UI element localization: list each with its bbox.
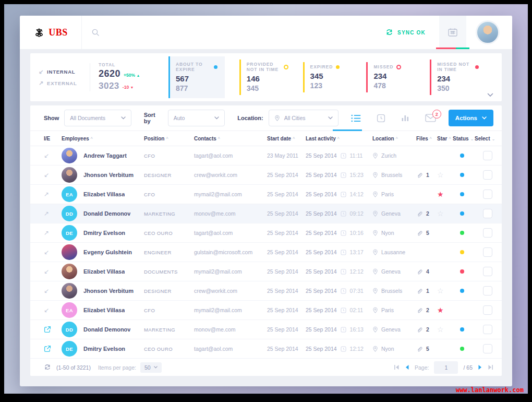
internal-filter[interactable]: ↙ INTERNAL — [39, 68, 88, 75]
items-per-page-dropdown[interactable]: 50 — [140, 362, 162, 373]
contact-email[interactable]: mymail2@mail.com — [194, 191, 267, 197]
status-dot-icon — [396, 65, 401, 69]
contact-email[interactable]: tagart@aol.com — [194, 152, 267, 159]
table-row[interactable]: ↙ ↗ DE Dmitry Evelson CEO OURO tagart@ao… — [30, 223, 502, 243]
contact-email[interactable]: crew@workit.com — [194, 288, 267, 294]
col-status[interactable]: Status⌄ — [453, 136, 475, 141]
first-page-button[interactable] — [394, 364, 400, 370]
col-position[interactable]: Position^ — [144, 136, 194, 141]
external-filter[interactable]: ↗ EXTERNAL — [39, 80, 88, 87]
position: CFO — [144, 308, 194, 313]
sort-dropdown[interactable]: Auto — [168, 110, 225, 126]
table-row[interactable]: ↙ ↗ DD Donald Demonov MARKETING monov@me… — [30, 204, 502, 223]
internal-arrow-icon: ↙ — [44, 306, 49, 314]
stats-expand-chevron-icon[interactable] — [487, 93, 493, 97]
table-row[interactable]: ↙ ↗ EA Elizabet Villasa CFO mymail2@mail… — [30, 301, 502, 320]
user-avatar[interactable] — [476, 20, 500, 44]
col-last-activity[interactable]: Last activity^ — [306, 136, 372, 141]
external-link-icon[interactable] — [44, 345, 51, 352]
stat-card-about-to-expire[interactable]: ABOUT TO EXPIRE 567 877 — [168, 56, 225, 98]
row-checkbox[interactable] — [483, 325, 492, 334]
row-checkbox[interactable] — [483, 190, 492, 199]
previous-page-button[interactable] — [405, 364, 409, 370]
star-cell[interactable]: ☆ — [437, 287, 453, 294]
files-cell[interactable]: 2 — [416, 210, 437, 217]
internal-arrow-icon: ↙ — [44, 171, 49, 179]
contact-email[interactable]: mymail2@mail.com — [194, 307, 267, 313]
actions-button[interactable]: Actions — [449, 110, 493, 126]
contact-email[interactable]: gulstain@microsoft.com — [194, 249, 267, 255]
stat-card-expired[interactable]: EXPIRED 345 123 — [303, 62, 352, 92]
contact-email[interactable]: tagart@aol.com — [194, 230, 267, 236]
row-checkbox[interactable] — [483, 228, 492, 238]
contact-email[interactable]: tagart@aol.com — [194, 346, 267, 352]
refresh-icon[interactable] — [44, 364, 51, 371]
location-pin-icon — [372, 152, 378, 159]
files-cell[interactable]: 5 — [416, 346, 437, 352]
mail-icon[interactable]: 2 — [425, 114, 436, 122]
status-dot-icon — [460, 327, 464, 332]
contact-email[interactable]: mymail2@mail.com — [194, 268, 267, 275]
col-start-date[interactable]: Start date^ — [267, 136, 306, 141]
table-row[interactable]: ↙ ↗ Jhonson Verbitum DESIGNER crew@worki… — [30, 165, 502, 185]
star-cell[interactable]: ★ — [437, 191, 453, 198]
show-dropdown[interactable]: All Documents — [64, 110, 131, 126]
table-row[interactable]: ↙ ↗ DE Dmitry Evelson CEO OURO tagart@ao… — [30, 339, 502, 359]
contact-email[interactable]: crew@workit.com — [194, 172, 267, 178]
stat-card-provided-not-in-time[interactable]: PROVIDED NOT IN TIME 146 345 — [239, 60, 288, 94]
row-checkbox[interactable] — [483, 305, 492, 315]
list-view-icon[interactable] — [351, 114, 361, 122]
row-checkbox[interactable] — [483, 267, 492, 276]
row-checkbox[interactable] — [483, 286, 492, 295]
history-view-icon[interactable] — [377, 114, 385, 123]
star-cell[interactable]: ★ — [437, 306, 453, 314]
col-ie[interactable]: I/E — [44, 136, 62, 141]
ie-cell: ↙ ↗ — [44, 171, 62, 179]
files-cell[interactable]: 2 — [416, 307, 437, 314]
files-cell[interactable]: 2 — [416, 326, 437, 333]
location-dropdown[interactable]: All Cities — [269, 110, 338, 126]
row-checkbox[interactable] — [483, 151, 492, 160]
files-cell[interactable]: 5 — [416, 230, 437, 237]
stat-card-missed[interactable]: MISSED 234 478 — [366, 62, 415, 92]
col-contacts[interactable]: Contacts^ — [194, 136, 267, 141]
calendar-icon — [448, 28, 458, 37]
row-checkbox[interactable] — [483, 170, 492, 180]
star-cell[interactable]: ☆ — [437, 326, 453, 333]
contact-email[interactable]: monov@me.com — [194, 210, 267, 217]
external-link-icon[interactable] — [44, 326, 51, 333]
next-page-button[interactable] — [478, 364, 482, 370]
stat-card-missed-not-in-time[interactable]: MISSED NOT IN TIME 234 350 — [430, 60, 479, 94]
status-dot-icon — [475, 65, 479, 69]
ie-cell: ↙ ↗ — [44, 152, 62, 159]
files-cell[interactable]: 1 — [416, 172, 437, 179]
table-row[interactable]: ↙ ↗ Jhonson Verbitum DESIGNER crew@worki… — [30, 281, 502, 301]
calendar-button[interactable] — [439, 16, 466, 49]
table-row[interactable]: ↙ ↗ Elizabet Villasa DOCUMENTS mymail2@m… — [30, 262, 502, 281]
page-input[interactable] — [434, 361, 458, 374]
col-select[interactable]: Select⌄ — [475, 136, 495, 141]
location-pin-icon — [372, 230, 378, 237]
col-location[interactable]: Location^ — [372, 136, 416, 141]
status-dot-icon — [284, 65, 288, 69]
col-files[interactable]: Files^ — [416, 136, 437, 141]
row-checkbox[interactable] — [483, 344, 492, 353]
files-cell[interactable]: 1 — [416, 288, 437, 294]
sync-refresh-icon — [385, 29, 393, 36]
row-checkbox[interactable] — [483, 247, 492, 257]
last-page-button[interactable] — [488, 364, 493, 370]
star-cell[interactable]: ☆ — [437, 171, 453, 179]
files-cell[interactable]: 4 — [416, 268, 437, 275]
col-star[interactable]: Star^ — [437, 136, 453, 141]
col-employees[interactable]: Employees^ — [62, 136, 144, 141]
table-row[interactable]: ↙ ↗ Evgeny Gulshtein ENGINEER gulstain@m… — [30, 243, 502, 262]
table-row[interactable]: ↙ ↗ Andrew Taggart CFO tagart@aol.com 23… — [30, 146, 502, 165]
contact-email[interactable]: monov@me.com — [194, 326, 267, 333]
table-row[interactable]: ↙ ↗ DD Donald Demonov MARKETING monov@me… — [30, 320, 502, 339]
chart-view-icon[interactable] — [401, 114, 409, 122]
star-cell[interactable]: ☆ — [437, 210, 453, 217]
search-input[interactable] — [82, 16, 385, 49]
row-checkbox[interactable] — [483, 209, 492, 218]
table-row[interactable]: ↙ ↗ EA Elizabet Villasa CFO mymail2@mail… — [30, 185, 502, 204]
sync-button[interactable]: SYNC OK — [385, 29, 426, 36]
